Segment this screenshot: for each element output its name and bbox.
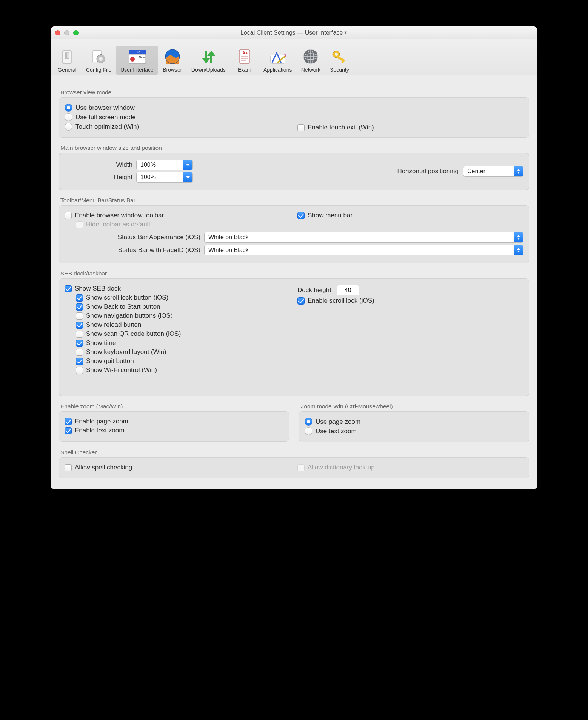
- label-enable-text-zoom: Enable text zoom: [75, 427, 124, 434]
- content-area: Browser view mode Use browser window Use…: [51, 75, 537, 489]
- checkbox-enable-page-zoom[interactable]: [65, 418, 72, 425]
- security-icon: [331, 48, 348, 65]
- toolbar-item-down-uploads[interactable]: Down/Uploads: [187, 46, 230, 75]
- checkbox-enable-text-zoom[interactable]: [65, 427, 72, 434]
- label-use-page-zoom: Use page zoom: [316, 418, 360, 426]
- label-dock-item-0: Show scroll lock button (iOS): [86, 294, 168, 302]
- popup-status-faceid-value: White on Black: [205, 247, 514, 254]
- down-uploads-icon: [200, 48, 217, 65]
- checkbox-show-seb-dock[interactable]: [65, 285, 72, 292]
- checkbox-dock-item-0[interactable]: [76, 294, 83, 302]
- popup-status-ios[interactable]: White on Black: [204, 232, 523, 243]
- settings-window: Local Client Settings — User Interface▼ …: [51, 26, 537, 489]
- toolbar-label: User Interface: [120, 67, 154, 73]
- input-dock-height[interactable]: [337, 285, 359, 295]
- checkbox-dock-item-2[interactable]: [76, 312, 83, 320]
- select-height-value: 100%: [137, 174, 183, 181]
- select-width-value: 100%: [137, 162, 183, 168]
- select-width[interactable]: 100%: [136, 160, 193, 170]
- window-title[interactable]: Local Client Settings — User Interface▼: [51, 29, 537, 36]
- checkbox-dock-item-8[interactable]: [76, 367, 83, 374]
- label-hpos: Horizontal positioning: [397, 168, 459, 175]
- checkbox-dock-item-5[interactable]: [76, 340, 83, 347]
- group-title-zoom-mode: Zoom mode Win (Ctrl-Mousewheel): [300, 403, 529, 410]
- radio-touch-optimized[interactable]: [65, 123, 72, 131]
- toolbar-item-exam[interactable]: A+ Exam: [230, 46, 259, 75]
- toolbar-item-config-file[interactable]: Config File: [82, 46, 116, 75]
- toolbar-item-network[interactable]: Network: [296, 46, 325, 75]
- checkbox-show-menu-bar[interactable]: [297, 212, 305, 219]
- group-title-bars: Toolbar/Menu Bar/Status Bar: [60, 197, 529, 204]
- group-enable-zoom: Enable page zoom Enable text zoom: [59, 411, 289, 442]
- popup-hpos-value: Center: [463, 168, 514, 175]
- label-dock-item-3: Show reload button: [86, 321, 142, 329]
- toolbar-label: Browser: [163, 67, 182, 73]
- label-enable-touch-exit: Enable touch exit (Win): [308, 124, 374, 131]
- toolbar-item-security[interactable]: Security: [325, 46, 354, 75]
- toolbar-label: Down/Uploads: [191, 67, 226, 73]
- label-use-browser-window: Use browser window: [75, 104, 135, 112]
- group-main-window: Width 100% Height 100%: [59, 153, 529, 190]
- label-dock-item-5: Show time: [86, 339, 116, 347]
- label-width: Width: [65, 161, 132, 169]
- titlebar: Local Client Settings — User Interface▼: [51, 26, 537, 39]
- window-title-text: Local Client Settings — User Interface: [240, 29, 343, 36]
- label-enable-page-zoom: Enable page zoom: [75, 418, 128, 425]
- network-icon: [302, 48, 319, 65]
- label-dock-item-4: Show scan QR code button (iOS): [86, 330, 181, 338]
- toolbar-label: General: [58, 67, 77, 73]
- toolbar-label: Network: [301, 67, 320, 73]
- label-dock-item-1: Show Back to Start button: [86, 303, 160, 311]
- title-dropdown-icon: ▼: [343, 30, 348, 35]
- checkbox-dock-item-3[interactable]: [76, 322, 83, 329]
- svg-text:File: File: [135, 50, 140, 54]
- checkbox-enable-scroll-lock[interactable]: [297, 297, 305, 305]
- svg-text:New: New: [139, 55, 145, 59]
- svg-point-10: [130, 57, 135, 62]
- checkbox-enable-toolbar[interactable]: [65, 212, 72, 219]
- applications-icon: [269, 48, 286, 65]
- updown-icon: [514, 245, 523, 255]
- toolbar-item-applications[interactable]: Applications: [259, 46, 297, 75]
- select-height[interactable]: 100%: [136, 172, 193, 183]
- group-browser-view-mode: Use browser window Use full screen mode …: [59, 97, 529, 138]
- checkbox-allow-dict: [297, 464, 305, 471]
- label-enable-scroll-lock: Enable scroll lock (iOS): [308, 297, 374, 305]
- checkbox-dock-item-6[interactable]: [76, 349, 83, 356]
- exam-icon: A+: [236, 48, 253, 65]
- config-file-icon: [90, 48, 107, 65]
- popup-status-ios-value: White on Black: [205, 234, 514, 241]
- label-dock-item-8: Show Wi-Fi control (Win): [86, 366, 157, 374]
- label-show-seb-dock: Show SEB dock: [75, 285, 121, 292]
- toolbar-item-general[interactable]: General: [53, 46, 82, 75]
- label-dock-item-2: Show navigation buttons (iOS): [86, 312, 173, 320]
- updown-icon: [514, 232, 523, 242]
- label-allow-dict: Allow dictionary look up: [308, 464, 375, 471]
- toolbar-item-user-interface[interactable]: FileNew User Interface: [116, 46, 158, 75]
- label-allow-spell: Allow spell checking: [75, 464, 132, 471]
- popup-status-faceid[interactable]: White on Black: [204, 245, 523, 255]
- group-title-browser-view-mode: Browser view mode: [60, 89, 529, 96]
- radio-use-full-screen[interactable]: [65, 113, 72, 121]
- group-spell: Allow spell checking Allow dictionary lo…: [59, 457, 529, 478]
- general-icon: [58, 48, 76, 65]
- label-height: Height: [65, 174, 132, 181]
- checkbox-dock-item-4[interactable]: [76, 331, 83, 338]
- checkbox-dock-item-1[interactable]: [76, 303, 83, 311]
- radio-use-browser-window[interactable]: [65, 104, 72, 112]
- checkbox-enable-touch-exit[interactable]: [297, 124, 305, 131]
- toolbar-label: Security: [330, 67, 349, 73]
- svg-point-26: [335, 53, 338, 56]
- user-interface-icon: FileNew: [128, 48, 146, 65]
- radio-use-text-zoom[interactable]: [305, 427, 312, 435]
- popup-hpos[interactable]: Center: [463, 166, 523, 177]
- radio-use-page-zoom[interactable]: [305, 418, 312, 426]
- checkbox-allow-spell[interactable]: [65, 464, 72, 471]
- preferences-toolbar: General Config File FileNew User Interfa…: [51, 39, 537, 75]
- toolbar-item-browser[interactable]: Browser: [158, 46, 187, 75]
- checkbox-dock-item-7[interactable]: [76, 358, 83, 365]
- label-hide-toolbar: Hide toolbar as default: [86, 221, 150, 228]
- group-title-spell: Spell Checker: [60, 449, 529, 456]
- toolbar-label: Applications: [263, 67, 292, 73]
- chevron-down-icon: [183, 172, 192, 182]
